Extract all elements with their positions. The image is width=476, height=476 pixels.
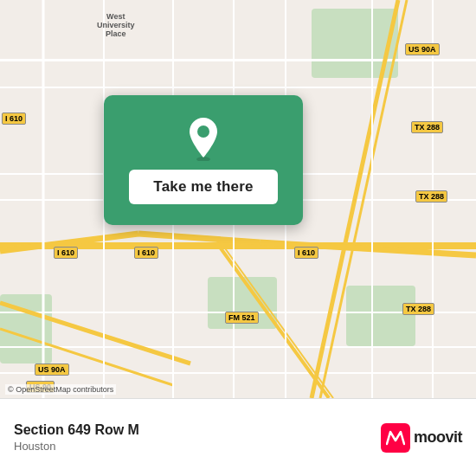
highway-label-fm521: FM 521: [225, 312, 259, 324]
highway-label-us90a-bot: US 90A: [35, 363, 69, 376]
highway-label-tx288-bot: TX 288: [402, 303, 434, 315]
highway-label-610-mid: I 610: [134, 247, 158, 259]
highway-label-tx288-mid: TX 288: [415, 190, 447, 203]
svg-point-17: [197, 125, 209, 138]
osm-attribution: © OpenStreetMap contributors: [5, 384, 116, 395]
highway-label-us90a: US 90A: [405, 43, 440, 55]
moovit-text: moovit: [414, 428, 462, 447]
highway-label-610-far: I 610: [2, 113, 26, 125]
map-container: I 610 I 610 I 610 US 90A TX 288 TX 288 T…: [0, 0, 476, 398]
svg-line-2: [0, 303, 190, 363]
bottom-bar: Section 649 Row M Houston moovit: [0, 398, 476, 476]
location-title: Section 649 Row M: [14, 422, 139, 438]
svg-line-8: [260, 242, 476, 255]
location-pin-icon: [184, 116, 222, 161]
svg-line-7: [138, 234, 260, 242]
svg-line-3: [0, 329, 173, 385]
location-card: Take me there: [104, 95, 303, 225]
area-label-west-university: WestUniversityPlace: [97, 12, 135, 38]
highway-label-610-right: I 610: [294, 247, 318, 259]
location-subtitle: Houston: [14, 440, 139, 453]
moovit-icon: [381, 423, 410, 453]
take-me-there-button[interactable]: Take me there: [129, 170, 277, 204]
svg-line-0: [312, 0, 398, 398]
svg-line-1: [320, 0, 407, 398]
highway-label-tx288-top: TX 288: [411, 121, 443, 133]
moovit-m-svg: [386, 430, 405, 446]
location-info: Section 649 Row M Houston: [14, 422, 139, 453]
moovit-logo: moovit: [381, 423, 462, 453]
highway-label-610-left: I 610: [54, 247, 78, 259]
